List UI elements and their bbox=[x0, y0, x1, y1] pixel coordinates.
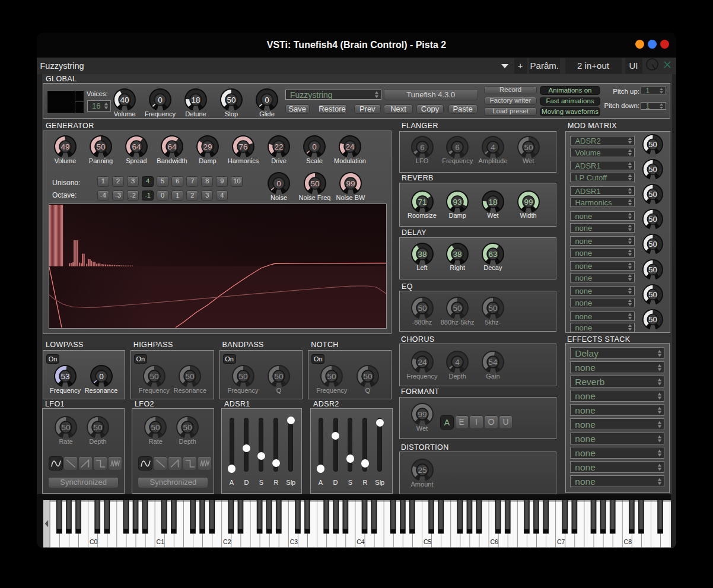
svg-text:50: 50 bbox=[274, 372, 283, 381]
svg-text:6: 6 bbox=[420, 143, 425, 152]
svg-text:76: 76 bbox=[238, 142, 247, 151]
svg-text:C7: C7 bbox=[556, 538, 565, 545]
svg-text:50: 50 bbox=[524, 143, 533, 152]
svg-text:C8: C8 bbox=[623, 538, 632, 545]
svg-text:50: 50 bbox=[327, 372, 336, 381]
svg-text:24: 24 bbox=[345, 142, 355, 151]
svg-text:29: 29 bbox=[203, 142, 212, 151]
svg-text:50: 50 bbox=[649, 140, 657, 149]
svg-text:4: 4 bbox=[491, 143, 495, 152]
svg-text:50: 50 bbox=[418, 304, 426, 313]
svg-text:50: 50 bbox=[186, 372, 195, 381]
svg-text:50: 50 bbox=[649, 290, 657, 299]
svg-text:50: 50 bbox=[649, 215, 657, 224]
svg-text:49: 49 bbox=[61, 142, 69, 151]
svg-text:64: 64 bbox=[167, 142, 177, 151]
svg-text:40: 40 bbox=[120, 96, 129, 104]
svg-text:71: 71 bbox=[418, 197, 426, 206]
svg-text:0: 0 bbox=[276, 179, 281, 188]
svg-text:50: 50 bbox=[649, 240, 657, 249]
svg-text:50: 50 bbox=[310, 179, 319, 188]
svg-text:25: 25 bbox=[418, 466, 426, 475]
svg-text:18: 18 bbox=[191, 96, 200, 104]
svg-text:50: 50 bbox=[363, 372, 372, 381]
svg-text:0: 0 bbox=[265, 96, 269, 104]
svg-text:63: 63 bbox=[488, 249, 497, 258]
svg-text:38: 38 bbox=[453, 249, 462, 258]
svg-text:18: 18 bbox=[488, 197, 497, 206]
svg-text:C6: C6 bbox=[490, 538, 498, 545]
svg-text:99: 99 bbox=[418, 410, 426, 419]
svg-text:50: 50 bbox=[238, 372, 247, 381]
svg-text:C1: C1 bbox=[156, 538, 164, 545]
svg-text:50: 50 bbox=[453, 304, 462, 313]
svg-text:0: 0 bbox=[99, 372, 104, 381]
svg-text:50: 50 bbox=[93, 423, 102, 432]
svg-text:4: 4 bbox=[455, 358, 460, 367]
svg-text:99: 99 bbox=[524, 197, 533, 206]
svg-text:50: 50 bbox=[649, 190, 657, 199]
svg-text:0: 0 bbox=[158, 96, 163, 104]
svg-text:50: 50 bbox=[183, 423, 192, 432]
svg-text:50: 50 bbox=[488, 304, 497, 313]
svg-text:64: 64 bbox=[132, 142, 141, 151]
svg-text:54: 54 bbox=[488, 358, 498, 367]
svg-text:22: 22 bbox=[274, 142, 283, 151]
svg-text:0: 0 bbox=[312, 142, 317, 151]
svg-text:C0: C0 bbox=[89, 538, 97, 545]
svg-text:C2: C2 bbox=[223, 538, 231, 545]
svg-text:93: 93 bbox=[453, 197, 462, 206]
svg-text:50: 50 bbox=[649, 315, 657, 324]
svg-text:50: 50 bbox=[649, 265, 657, 274]
svg-text:50: 50 bbox=[149, 372, 158, 381]
svg-text:6: 6 bbox=[455, 143, 460, 152]
svg-text:38: 38 bbox=[418, 249, 426, 258]
svg-text:50: 50 bbox=[96, 142, 105, 151]
svg-text:C3: C3 bbox=[289, 538, 298, 545]
svg-text:C5: C5 bbox=[423, 538, 431, 545]
svg-text:50: 50 bbox=[227, 96, 235, 104]
svg-text:53: 53 bbox=[61, 372, 69, 381]
svg-text:99: 99 bbox=[346, 179, 355, 188]
svg-text:50: 50 bbox=[649, 165, 657, 174]
svg-text:50: 50 bbox=[151, 423, 160, 432]
svg-text:C4: C4 bbox=[356, 538, 365, 545]
svg-text:24: 24 bbox=[418, 358, 427, 367]
svg-text:50: 50 bbox=[61, 423, 70, 432]
